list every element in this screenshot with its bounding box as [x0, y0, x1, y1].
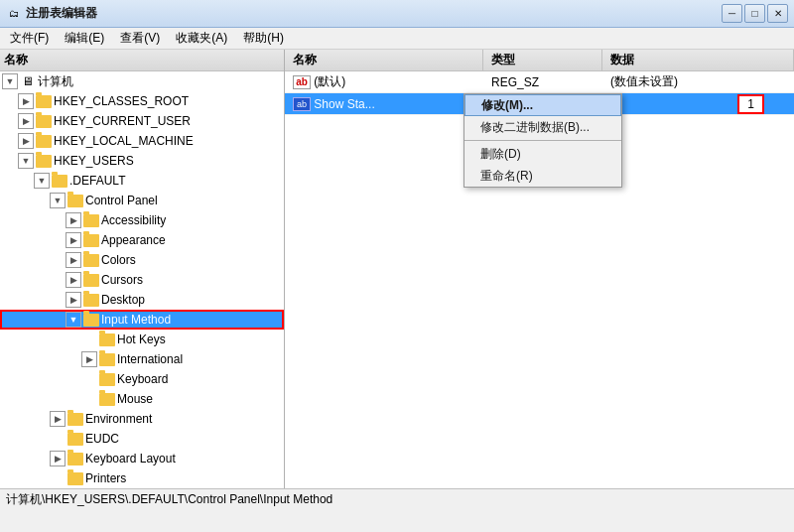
reg-icon-str: ab: [293, 97, 311, 111]
folder-icon-keyboard-layout: [67, 452, 83, 466]
folder-icon-hkey-users: [36, 154, 52, 168]
folder-icon-current-user: [36, 114, 52, 128]
tree-toggle-environment[interactable]: ▶: [50, 411, 66, 427]
menu-help[interactable]: 帮助(H): [235, 29, 292, 49]
menu-file[interactable]: 文件(F): [2, 29, 57, 49]
value-badge: 1: [737, 94, 764, 114]
tree-node-control-panel[interactable]: ▼ Control Panel: [0, 191, 284, 210]
tree-toggle-computer[interactable]: ▼: [2, 73, 18, 89]
reg-name-default: ab (默认): [285, 71, 483, 92]
tree-toggle-international[interactable]: ▶: [81, 351, 97, 367]
tree-label-accessibility: Accessibility: [101, 213, 284, 227]
tree-node-eudc[interactable]: EUDC: [0, 429, 284, 449]
tree-node-cursors[interactable]: ▶ Cursors: [0, 270, 284, 290]
tree-node-mouse[interactable]: Mouse: [0, 389, 284, 409]
app-icon: 🗂: [6, 6, 22, 22]
tree-node-accessibility[interactable]: ▶ Accessibility: [0, 210, 284, 230]
col-header-type: 类型: [483, 50, 602, 70]
tree-toggle-accessibility[interactable]: ▶: [66, 212, 81, 228]
tree-node-classes-root[interactable]: ▶ HKEY_CLASSES_ROOT: [0, 91, 284, 111]
menu-edit[interactable]: 编辑(E): [57, 29, 112, 49]
tree-label-eudc: EUDC: [85, 432, 284, 446]
status-bar: 计算机\HKEY_USERS\.DEFAULT\Control Panel\In…: [0, 488, 794, 510]
tree-node-colors[interactable]: ▶ Colors: [0, 250, 284, 270]
folder-icon-default: [52, 174, 67, 188]
folder-icon-hot-keys: [99, 332, 115, 346]
right-header: 名称 类型 数据: [285, 50, 794, 71]
status-text: 计算机\HKEY_USERS\.DEFAULT\Control Panel\In…: [6, 491, 332, 508]
tree-label-keyboard-layout: Keyboard Layout: [85, 452, 284, 466]
tree-content[interactable]: ▼ 🖥 计算机 ▶ HKEY_CLASSES_ROOT ▶ HKEY_CURRE…: [0, 71, 284, 488]
context-menu-modify[interactable]: 修改(M)...: [464, 94, 621, 116]
tree-toggle-control-panel[interactable]: ▼: [50, 193, 66, 208]
tree-toggle-local-machine[interactable]: ▶: [18, 133, 34, 149]
context-menu-divider: [464, 140, 621, 141]
content-area: 名称 ▼ 🖥 计算机 ▶ HKEY_CLASSES_ROOT ▶ HKEY_CU…: [0, 50, 794, 488]
tree-label-printers: Printers: [85, 471, 284, 485]
tree-label-mouse: Mouse: [117, 392, 284, 406]
minimize-button[interactable]: ─: [722, 4, 742, 23]
reg-row-default[interactable]: ab (默认) REG_SZ (数值未设置): [285, 71, 794, 93]
tree-toggle-keyboard-layout[interactable]: ▶: [50, 451, 66, 466]
tree-label-environment: Environment: [85, 412, 284, 426]
tree-label-current-user: HKEY_CURRENT_USER: [54, 114, 284, 128]
folder-icon-printers: [67, 471, 83, 485]
tree-node-hkey-users[interactable]: ▼ HKEY_USERS: [0, 151, 284, 171]
tree-toggle-classes-root[interactable]: ▶: [18, 93, 34, 109]
folder-icon-local-machine: [36, 134, 52, 148]
right-panel: 名称 类型 数据 ab (默认) REG_SZ (数值未设置) ab Show …: [285, 50, 794, 488]
tree-panel: 名称 ▼ 🖥 计算机 ▶ HKEY_CLASSES_ROOT ▶ HKEY_CU…: [0, 50, 285, 488]
computer-icon: 🖥: [20, 74, 36, 88]
tree-toggle-desktop[interactable]: ▶: [66, 292, 81, 308]
reg-data-showstatus: [602, 93, 794, 114]
tree-node-input-method[interactable]: ▼ Input Method: [0, 310, 284, 330]
tree-toggle-appearance[interactable]: ▶: [66, 232, 81, 248]
context-menu-delete[interactable]: 删除(D): [464, 143, 621, 165]
tree-label-appearance: Appearance: [101, 233, 284, 247]
tree-node-keyboard-layout[interactable]: ▶ Keyboard Layout: [0, 449, 284, 468]
tree-node-default[interactable]: ▼ .DEFAULT: [0, 171, 284, 191]
tree-toggle-cursors[interactable]: ▶: [66, 272, 81, 288]
tree-label-hkey-users: HKEY_USERS: [54, 154, 284, 168]
tree-toggle-input-method[interactable]: ▼: [66, 312, 81, 328]
folder-icon-international: [99, 352, 115, 366]
folder-icon-cursors: [83, 273, 99, 287]
maximize-button[interactable]: □: [744, 4, 765, 23]
tree-toggle-colors[interactable]: ▶: [66, 252, 81, 268]
tree-label-local-machine: HKEY_LOCAL_MACHINE: [54, 134, 284, 148]
tree-node-printers[interactable]: Printers: [0, 468, 284, 488]
tree-label-colors: Colors: [101, 253, 284, 267]
tree-node-keyboard[interactable]: Keyboard: [0, 369, 284, 389]
menu-favorites[interactable]: 收藏夹(A): [168, 29, 235, 49]
tree-label-input-method: Input Method: [101, 313, 284, 327]
tree-node-environment[interactable]: ▶ Environment: [0, 409, 284, 429]
reg-data-default: (数值未设置): [602, 71, 794, 92]
tree-label-desktop: Desktop: [101, 293, 284, 307]
value-badge-container: 1: [737, 97, 764, 111]
tree-label-default: .DEFAULT: [69, 174, 284, 188]
folder-icon-input-method: [83, 313, 99, 327]
context-menu-modify-binary[interactable]: 修改二进制数据(B)...: [464, 116, 621, 138]
tree-node-desktop[interactable]: ▶ Desktop: [0, 290, 284, 310]
tree-node-local-machine[interactable]: ▶ HKEY_LOCAL_MACHINE: [0, 131, 284, 151]
tree-label-international: International: [117, 352, 284, 366]
close-button[interactable]: ✕: [767, 4, 788, 23]
right-content[interactable]: ab (默认) REG_SZ (数值未设置) ab Show Sta... RE…: [285, 71, 794, 488]
tree-header: 名称: [0, 50, 284, 71]
folder-icon-mouse: [99, 392, 115, 406]
tree-node-appearance[interactable]: ▶ Appearance: [0, 230, 284, 250]
tree-node-computer[interactable]: ▼ 🖥 计算机: [0, 71, 284, 91]
tree-toggle-default[interactable]: ▼: [34, 173, 50, 189]
tree-node-international[interactable]: ▶ International: [0, 349, 284, 369]
tree-node-current-user[interactable]: ▶ HKEY_CURRENT_USER: [0, 111, 284, 131]
window-controls: ─ □ ✕: [722, 4, 788, 23]
folder-icon-accessibility: [83, 213, 99, 227]
folder-icon-control-panel: [67, 194, 83, 207]
tree-toggle-hkey-users[interactable]: ▼: [18, 153, 34, 169]
menu-view[interactable]: 查看(V): [112, 29, 168, 49]
tree-toggle-current-user[interactable]: ▶: [18, 113, 34, 129]
context-menu-rename[interactable]: 重命名(R): [464, 165, 621, 187]
folder-icon-environment: [67, 412, 83, 426]
tree-node-hot-keys[interactable]: Hot Keys: [0, 330, 284, 349]
folder-icon-eudc: [67, 432, 83, 446]
